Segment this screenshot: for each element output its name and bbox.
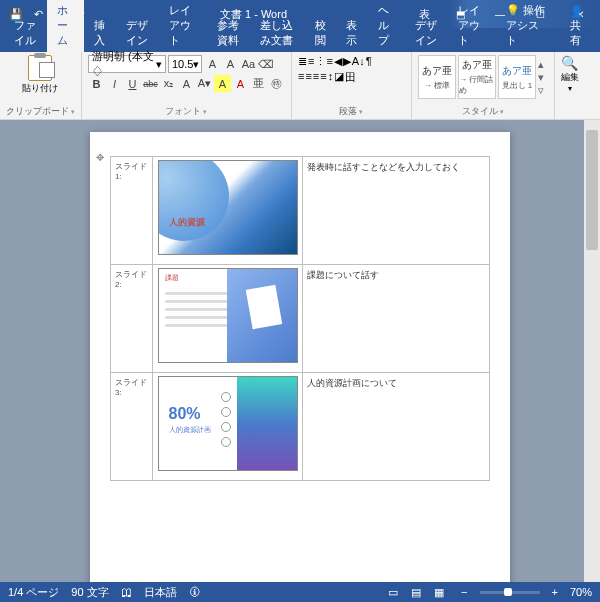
language-indicator[interactable]: 日本語 [144,585,177,600]
italic-button[interactable]: I [106,75,123,92]
tab-mailings[interactable]: 差し込み文書 [250,14,304,52]
group-label: クリップボード [6,104,75,118]
page-indicator[interactable]: 1/4 ページ [8,585,59,600]
clipboard-icon [28,55,52,81]
editing-button[interactable]: 🔍 編集 ▾ [561,55,579,93]
group-clipboard: 貼り付け クリップボード [0,52,82,119]
tab-share[interactable]: 👤 共有 [560,1,600,52]
slide-notes[interactable]: 課題について話す [303,265,490,373]
status-bar: 1/4 ページ 90 文字 🕮 日本語 🛈 ▭ ▤ ▦ − + 70% [0,582,600,602]
read-mode-icon[interactable]: ▭ [383,586,403,599]
chevron-down-icon: ▾ [156,58,162,71]
slide-thumbnail[interactable]: 80%人的資源計画 [153,373,303,481]
tab-view[interactable]: 表示 [336,14,367,52]
tab-insert[interactable]: 挿入 [84,14,115,52]
ribbon: 貼り付け クリップボード 游明朝 (本文♢▾ 10.5▾ A A Aa ⌫ B … [0,52,600,120]
slide-notes[interactable]: 発表時に話すことなどを入力しておく [303,157,490,265]
web-layout-icon[interactable]: ▦ [429,586,449,599]
align-left-button[interactable]: ≡ [298,70,304,85]
table-anchor-icon[interactable]: ✥ [96,152,104,163]
handout-table[interactable]: スライド 1: 人的資源 発表時に話すことなどを入力しておく スライド 2: 課… [110,156,490,481]
font-size-select[interactable]: 10.5▾ [168,55,202,73]
grow-font-button[interactable]: A [204,56,221,73]
change-case-button[interactable]: Aa [240,56,257,73]
slide-thumbnail[interactable]: 課題 [153,265,303,373]
font-color-button[interactable]: A [232,75,249,92]
superscript-button[interactable]: A [178,75,195,92]
tab-tellme[interactable]: 💡 操作アシスト [496,0,559,52]
tab-help[interactable]: ヘルプ [368,0,405,52]
table-row[interactable]: スライド 2: 課題 課題について話す [111,265,490,373]
style-normal[interactable]: あア亜→ 標準 [418,55,456,99]
zoom-in-button[interactable]: + [552,586,558,598]
group-styles: あア亜→ 標準 あア亜→ 行間詰め あア亜見出し 1 ▴▾▿ スタイル [412,52,555,119]
bold-button[interactable]: B [88,75,105,92]
shading-button[interactable]: ◪ [334,70,344,85]
page[interactable]: ✥ スライド 1: 人的資源 発表時に話すことなどを入力しておく スライド 2:… [90,132,510,582]
strike-button[interactable]: abc [142,75,159,92]
zoom-slider[interactable] [480,591,540,594]
search-icon: 🔍 [561,55,578,71]
slide-thumbnail[interactable]: 人的資源 [153,157,303,265]
tab-design[interactable]: デザイン [116,14,159,52]
justify-button[interactable]: ≡ [320,70,326,85]
align-center-button[interactable]: ≡ [305,70,311,85]
zoom-level[interactable]: 70% [570,586,592,598]
group-editing: 🔍 編集 ▾ [555,52,585,119]
accessibility-icon[interactable]: 🛈 [189,586,200,598]
decrease-indent-button[interactable]: ◀ [334,55,342,68]
slide-label[interactable]: スライド 2: [111,265,153,373]
enclose-button[interactable]: ㊕ [268,75,285,92]
document-area[interactable]: ✥ スライド 1: 人的資源 発表時に話すことなどを入力しておく スライド 2:… [0,120,600,582]
borders-button[interactable]: 田 [345,70,356,85]
view-buttons: ▭ ▤ ▦ [383,586,449,599]
subscript-button[interactable]: x₂ [160,75,177,92]
tab-ctx-design[interactable]: デザイン [405,14,448,52]
multilevel-button[interactable]: ⋮≡ [315,55,332,68]
clear-format-button[interactable]: ⌫ [258,56,275,73]
scrollbar-thumb[interactable] [586,130,598,250]
group-paragraph: ≣ ≡ ⋮≡ ◀ ▶ A↓ ¶ ≡ ≡ ≡ ≡ ↕ ◪ 田 段落 [292,52,412,119]
increase-indent-button[interactable]: ▶ [343,55,351,68]
shrink-font-button[interactable]: A [222,56,239,73]
group-label: 段落 [298,104,405,118]
zoom-out-button[interactable]: − [461,586,467,598]
styles-more-icon[interactable]: ▴ [538,58,548,71]
underline-button[interactable]: U [124,75,141,92]
phonetic-button[interactable]: 亜 [250,75,267,92]
table-row[interactable]: スライド 3: 80%人的資源計画 人的資源計画について [111,373,490,481]
tab-review[interactable]: 校閲 [305,14,336,52]
table-row[interactable]: スライド 1: 人的資源 発表時に話すことなどを入力しておく [111,157,490,265]
tab-file[interactable]: ファイル [4,14,47,52]
ribbon-tabs: ファイル ホーム 挿入 デザイン レイアウト 参考資料 差し込み文書 校閲 表示… [0,28,600,52]
sort-button[interactable]: A↓ [352,55,365,68]
group-label: スタイル [418,104,548,118]
chevron-down-icon: ▾ [193,58,199,71]
style-nospacing[interactable]: あア亜→ 行間詰め [458,55,496,99]
style-heading1[interactable]: あア亜見出し 1 [498,55,536,99]
word-count[interactable]: 90 文字 [71,585,108,600]
slide-label[interactable]: スライド 3: [111,373,153,481]
highlight-button[interactable]: A [214,75,231,92]
vertical-scrollbar[interactable] [584,120,600,582]
tab-home[interactable]: ホーム [47,0,84,52]
numbering-button[interactable]: ≡ [308,55,314,68]
group-label: フォント [88,104,285,118]
tab-ctx-layout[interactable]: レイアウト [448,0,497,52]
font-name-select[interactable]: 游明朝 (本文♢▾ [88,55,166,73]
bullets-button[interactable]: ≣ [298,55,307,68]
group-font: 游明朝 (本文♢▾ 10.5▾ A A Aa ⌫ B I U abc x₂ A … [82,52,292,119]
slide-label[interactable]: スライド 1: [111,157,153,265]
paste-button[interactable]: 貼り付け [6,55,75,95]
line-spacing-button[interactable]: ↕ [328,70,334,85]
print-layout-icon[interactable]: ▤ [406,586,426,599]
slide-notes[interactable]: 人的資源計画について [303,373,490,481]
proofing-icon[interactable]: 🕮 [121,586,132,598]
tab-references[interactable]: 参考資料 [207,14,250,52]
tab-layout[interactable]: レイアウト [159,0,208,52]
show-marks-button[interactable]: ¶ [366,55,372,68]
text-effects-button[interactable]: A▾ [196,75,213,92]
align-right-button[interactable]: ≡ [313,70,319,85]
